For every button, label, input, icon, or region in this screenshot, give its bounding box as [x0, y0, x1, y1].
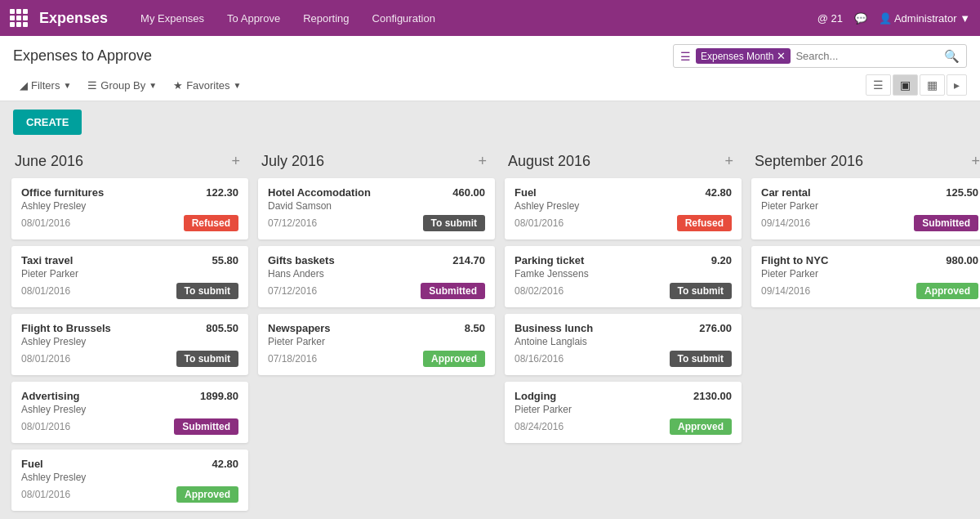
topbar-right: @ 21 💬 👤 Administrator ▼ — [817, 12, 970, 25]
kanban-card[interactable]: Flight to Brussels 805.50 Ashley Presley… — [11, 314, 248, 375]
card-title: Fuel — [21, 458, 43, 470]
content-area: CREATE June 2016+ Office furnitures 122.… — [0, 101, 980, 519]
status-badge: Refused — [184, 215, 238, 231]
kanban-card[interactable]: Fuel 42.80 Ashley Presley 08/01/2016 App… — [11, 450, 248, 511]
kanban-card[interactable]: Flight to NYC 980.00 Pieter Parker 09/14… — [751, 246, 980, 307]
card-date: 08/01/2016 — [21, 353, 70, 365]
status-badge: To submit — [670, 351, 732, 367]
column-add-btn[interactable]: + — [719, 151, 738, 172]
card-amount: 805.50 — [206, 322, 238, 334]
card-top: Flight to Brussels 805.50 — [21, 322, 238, 334]
kanban-card[interactable]: Business lunch 276.00 Antoine Langlais 0… — [505, 314, 742, 375]
column-add-btn[interactable]: + — [473, 151, 492, 172]
apps-icon[interactable] — [10, 9, 28, 27]
card-date: 07/18/2016 — [268, 353, 317, 365]
kanban-card[interactable]: Taxi travel 55.80 Pieter Parker 08/01/20… — [11, 246, 248, 307]
card-date: 08/01/2016 — [21, 421, 70, 432]
column-add-btn[interactable]: + — [226, 151, 245, 172]
nav-to-approve[interactable]: To Approve — [217, 7, 290, 29]
card-title: Business lunch — [514, 322, 593, 334]
card-bottom: 08/01/2016 To submit — [21, 283, 238, 299]
card-top: Flight to NYC 980.00 — [761, 254, 978, 266]
nav-my-expenses[interactable]: My Expenses — [131, 7, 214, 29]
kanban-card[interactable]: Gifts baskets 214.70 Hans Anders 07/12/2… — [258, 246, 495, 307]
kanban-card[interactable]: Parking ticket 9.20 Famke Jenssens 08/02… — [505, 246, 742, 307]
card-person: David Samson — [268, 200, 485, 212]
kanban-card[interactable]: Advertising 1899.80 Ashley Presley 08/01… — [11, 382, 248, 443]
chat-icon[interactable]: 💬 — [854, 12, 867, 25]
card-top: Advertising 1899.80 — [21, 390, 238, 402]
column-header: August 2016+ — [505, 143, 742, 178]
card-title: Parking ticket — [514, 254, 584, 266]
card-amount: 122.30 — [206, 186, 238, 199]
card-person: Antoine Langlais — [514, 336, 732, 347]
card-bottom: 08/02/2016 To submit — [514, 283, 732, 299]
kanban-card[interactable]: Hotel Accomodation 460.00 David Samson 0… — [258, 178, 495, 239]
kanban-column: July 2016+ Hotel Accomodation 460.00 Dav… — [258, 143, 495, 517]
card-date: 08/01/2016 — [21, 489, 70, 500]
chart-view-btn[interactable]: ▸ — [947, 74, 967, 96]
column-add-btn[interactable]: + — [966, 151, 980, 172]
column-title: August 2016 — [508, 153, 590, 170]
card-date: 09/14/2016 — [761, 217, 810, 229]
group-by-btn[interactable]: ☰ Group By ▼ — [81, 76, 163, 95]
card-amount: 42.80 — [212, 458, 238, 470]
card-person: Pieter Parker — [761, 268, 978, 280]
card-person: Ashley Presley — [21, 336, 238, 347]
kanban-card[interactable]: Newspapers 8.50 Pieter Parker 07/18/2016… — [258, 314, 495, 375]
user-menu[interactable]: 👤 Administrator ▼ — [879, 12, 970, 25]
card-title: Fuel — [514, 186, 537, 199]
card-person: Ashley Presley — [514, 200, 732, 212]
card-date: 08/24/2016 — [514, 421, 564, 432]
search-icon[interactable]: 🔍 — [944, 49, 960, 64]
nav-reporting[interactable]: Reporting — [293, 7, 359, 29]
filters-btn[interactable]: ◢ Filters ▼ — [13, 76, 78, 95]
column-header: June 2016+ — [11, 143, 248, 178]
card-top: Parking ticket 9.20 — [514, 254, 732, 266]
search-input[interactable] — [795, 50, 939, 62]
card-person: Famke Jenssens — [514, 268, 732, 280]
subheader: Expenses to Approve ☰ Expenses Month ✕ 🔍… — [0, 36, 980, 101]
main-nav: My Expenses To Approve Reporting Configu… — [131, 7, 811, 29]
card-top: Fuel 42.80 — [21, 458, 238, 470]
card-top: Office furnitures 122.30 — [21, 186, 238, 199]
view-switcher: ☰ ▣ ▦ ▸ — [866, 74, 967, 96]
card-person: Hans Anders — [268, 268, 485, 280]
card-person: Pieter Parker — [761, 200, 978, 212]
kanban-card[interactable]: Lodging 2130.00 Pieter Parker 08/24/2016… — [505, 382, 742, 443]
kanban-card[interactable]: Office furnitures 122.30 Ashley Presley … — [11, 178, 248, 239]
card-title: Car rental — [761, 186, 811, 199]
kanban-card[interactable]: Fuel 42.80 Ashley Presley 08/01/2016 Ref… — [505, 178, 742, 239]
card-title: Newspapers — [268, 322, 331, 334]
topbar: Expenses My Expenses To Approve Reportin… — [0, 0, 980, 36]
card-date: 08/01/2016 — [21, 217, 70, 229]
card-date: 08/16/2016 — [514, 353, 564, 365]
card-amount: 460.00 — [452, 186, 485, 199]
column-header: September 2016+ — [751, 143, 980, 178]
status-badge: To submit — [670, 283, 732, 299]
favorites-btn[interactable]: ★ Favorites ▼ — [167, 76, 247, 95]
nav-configuration[interactable]: Configuration — [363, 7, 445, 29]
card-title: Taxi travel — [21, 254, 73, 266]
subheader-top: Expenses to Approve ☰ Expenses Month ✕ 🔍 — [13, 44, 967, 68]
status-badge: To submit — [176, 351, 238, 367]
card-person: Ashley Presley — [21, 404, 238, 415]
grid-view-btn[interactable]: ▦ — [920, 74, 945, 96]
app-title: Expenses — [39, 10, 108, 27]
kanban-column: August 2016+ Fuel 42.80 Ashley Presley 0… — [505, 143, 742, 517]
card-amount: 214.70 — [452, 254, 485, 266]
notification-badge[interactable]: @ 21 — [817, 12, 843, 25]
search-tag: Expenses Month ✕ — [696, 48, 791, 64]
status-badge: Submitted — [421, 283, 485, 299]
card-title: Advertising — [21, 390, 80, 402]
kanban-card[interactable]: Car rental 125.50 Pieter Parker 09/14/20… — [751, 178, 980, 239]
card-top: Gifts baskets 214.70 — [268, 254, 485, 266]
remove-tag-btn[interactable]: ✕ — [777, 50, 786, 62]
kanban-view-btn[interactable]: ▣ — [893, 74, 918, 96]
list-view-btn[interactable]: ☰ — [866, 74, 891, 96]
create-button[interactable]: CREATE — [13, 110, 82, 135]
status-badge: Approved — [916, 283, 978, 299]
column-title: July 2016 — [261, 153, 324, 170]
card-top: Car rental 125.50 — [761, 186, 978, 199]
card-top: Business lunch 276.00 — [514, 322, 732, 334]
